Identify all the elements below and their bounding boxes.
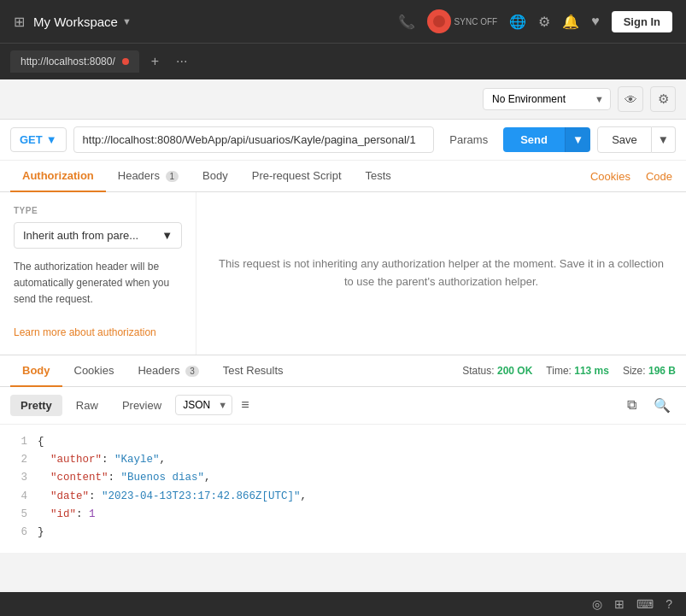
response-tabs: Body Cookies Headers 3 Test Results Stat… (0, 355, 686, 387)
method-chevron-icon: ▼ (46, 133, 57, 146)
code-line-6: 6 } (14, 524, 672, 542)
line-num-4: 4 (14, 488, 27, 506)
response-tab-cookies[interactable]: Cookies (62, 355, 126, 387)
env-area: No Environment ▼ 👁 ⚙ (0, 79, 686, 120)
tab-tests-label: Tests (366, 169, 391, 182)
method-label: GET (20, 133, 43, 146)
auth-right: This request is not inheriting any autho… (196, 192, 686, 355)
status-value: 200 OK (497, 365, 532, 377)
size-value: 196 B (648, 365, 676, 377)
record-button[interactable] (427, 9, 451, 33)
response-tab-tests[interactable]: Test Results (211, 355, 296, 387)
code-line-1: 1 { (14, 433, 672, 451)
inherit-auth-label: Inherit auth from pare... (23, 229, 138, 242)
tab-authorization-label: Authorization (22, 169, 94, 182)
add-tab-button[interactable]: + (146, 51, 164, 72)
json-select-wrapper: JSON XML HTML Text ▼ (175, 395, 232, 415)
code-text-3: "content": "Buenos dias", (38, 469, 211, 487)
code-text-6: } (38, 524, 44, 542)
response-tab-body[interactable]: Body (10, 355, 62, 387)
inherit-chevron-icon: ▼ (161, 229, 173, 242)
size-label: Size: 196 B (623, 365, 676, 377)
body-toolbar: Pretty Raw Preview JSON XML HTML Text ▼ … (0, 387, 686, 425)
tab-prerequest[interactable]: Pre-request Script (240, 161, 354, 192)
url-tab-text: http://localhost:8080/ (21, 56, 115, 67)
tab-headers-badge: 1 (166, 171, 179, 182)
env-settings-button[interactable]: ⚙ (650, 86, 676, 112)
response-tab-headers[interactable]: Headers 3 (126, 355, 210, 387)
auth-learn-more-link[interactable]: Learn more about authorization (14, 326, 156, 338)
environment-select[interactable]: No Environment (483, 88, 611, 110)
tab-body-label: Body (202, 169, 228, 182)
line-num-6: 6 (14, 524, 27, 542)
code-line-2: 2 "author": "Kayle", (14, 451, 672, 469)
code-text-1: { (38, 433, 44, 451)
response-tab-headers-label: Headers (138, 364, 179, 377)
auth-description: The authorization header will be automat… (14, 259, 182, 341)
save-btn-group: Save ▼ (597, 126, 676, 153)
request-tabs-right: Cookies Code (587, 161, 676, 191)
top-nav: ⊞ My Workspace ▼ 📞 SYNC OFF 🌐 ⚙ 🔔 ♥ Sign… (0, 0, 686, 43)
grid-icon: ⊞ (14, 14, 25, 30)
body-toolbar-left: Pretty Raw Preview JSON XML HTML Text ▼ … (10, 395, 254, 416)
response-tab-body-label: Body (22, 364, 50, 377)
response-tabs-left: Body Cookies Headers 3 Test Results (10, 355, 296, 386)
auth-panel: TYPE Inherit auth from pare... ▼ The aut… (0, 192, 686, 355)
response-tab-tests-label: Test Results (223, 364, 284, 377)
format-select[interactable]: JSON XML HTML Text (175, 395, 232, 415)
send-dropdown-button[interactable]: ▼ (565, 127, 590, 152)
tab-prerequest-label: Pre-request Script (252, 169, 342, 182)
search-button[interactable]: 🔍 (648, 394, 676, 417)
line-num-3: 3 (14, 469, 27, 487)
body-toolbar-right: ⧉ 🔍 (622, 394, 676, 417)
url-input[interactable] (73, 126, 435, 153)
env-eye-button[interactable]: 👁 (618, 86, 643, 112)
method-button[interactable]: GET ▼ (10, 127, 67, 152)
workspace-chevron: ▼ (122, 16, 132, 26)
raw-button[interactable]: Raw (66, 395, 108, 416)
preview-button[interactable]: Preview (112, 395, 172, 416)
save-dropdown-button[interactable]: ▼ (652, 126, 676, 153)
phone-icon: 📞 (398, 14, 415, 30)
workspace-label: My Workspace (33, 15, 118, 29)
bell-icon: 🔔 (562, 14, 579, 30)
send-button[interactable]: Send (503, 127, 565, 152)
code-line-5: 5 "id": 1 (14, 506, 672, 524)
line-num-5: 5 (14, 506, 27, 524)
settings-icon: ⚙ (538, 14, 550, 30)
code-link[interactable]: Code (642, 161, 676, 191)
line-num-2: 2 (14, 451, 27, 469)
code-line-4: 4 "date": "2023-04-13T23:17:42.866Z[UTC]… (14, 488, 672, 506)
request-tabs-left: Authorization Headers 1 Body Pre-request… (10, 161, 403, 191)
globe-icon: 🌐 (509, 14, 526, 30)
sync-text: SYNC OFF (454, 17, 498, 26)
code-text-2: "author": "Kayle", (38, 451, 166, 469)
cookies-link[interactable]: Cookies (587, 161, 634, 191)
tab-authorization[interactable]: Authorization (10, 161, 106, 192)
copy-button[interactable]: ⧉ (622, 394, 642, 416)
auth-type-label: TYPE (14, 206, 182, 215)
filter-button[interactable]: ≡ (236, 396, 254, 414)
tab-headers-label: Headers (118, 169, 160, 182)
top-nav-left: ⊞ My Workspace ▼ (14, 14, 132, 30)
code-output: 1 { 2 "author": "Kayle", 3 "content": "B… (0, 425, 686, 553)
tab-headers[interactable]: Headers 1 (106, 161, 191, 192)
inherit-auth-select[interactable]: Inherit auth from pare... ▼ (14, 222, 182, 249)
workspace-button[interactable]: My Workspace ▼ (33, 15, 132, 29)
sync-container: SYNC OFF (427, 9, 498, 33)
url-bar-area: http://localhost:8080/ + ··· (0, 43, 686, 79)
more-tabs-button[interactable]: ··· (171, 51, 192, 72)
params-button[interactable]: Params (441, 128, 496, 151)
auth-left: TYPE Inherit auth from pare... ▼ The aut… (0, 192, 196, 355)
send-btn-group: Send ▼ (503, 127, 590, 152)
pretty-button[interactable]: Pretty (10, 395, 62, 416)
tab-body[interactable]: Body (191, 161, 240, 192)
response-tab-cookies-label: Cookies (74, 364, 114, 377)
record-inner (433, 15, 445, 27)
sign-in-button[interactable]: Sign In (612, 11, 672, 32)
tab-tests[interactable]: Tests (354, 161, 403, 192)
save-button[interactable]: Save (597, 126, 652, 153)
url-tab[interactable]: http://localhost:8080/ (10, 50, 139, 73)
time-label: Time: 113 ms (546, 365, 609, 377)
heart-icon: ♥ (591, 14, 600, 29)
